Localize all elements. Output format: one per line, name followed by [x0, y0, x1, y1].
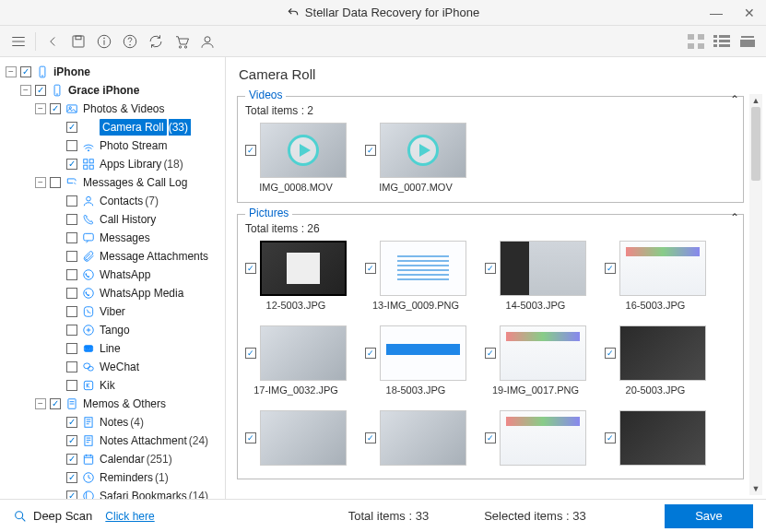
item-checkbox[interactable]: [485, 432, 496, 443]
tree-item[interactable]: Kik: [4, 376, 221, 395]
thumbnail[interactable]: [619, 325, 706, 381]
item-checkbox[interactable]: [245, 263, 256, 274]
item-checkbox[interactable]: [245, 145, 256, 156]
item-checkbox[interactable]: [485, 263, 496, 274]
checkbox[interactable]: [66, 269, 77, 280]
tree-item[interactable]: WhatsApp Media: [4, 284, 221, 302]
tree-item[interactable]: Safari Bookmarks (14): [4, 487, 221, 499]
checkbox[interactable]: [66, 122, 77, 133]
tree-item[interactable]: Reminders (1): [4, 468, 221, 487]
info-icon[interactable]: [92, 30, 116, 53]
checkbox[interactable]: [66, 288, 77, 299]
collapse-icon[interactable]: −: [35, 103, 46, 114]
tree-item[interactable]: Message Attachments: [4, 247, 221, 266]
minimize-button[interactable]: —: [700, 0, 733, 26]
tree-item[interactable]: Notes Attachment (24): [4, 432, 221, 450]
tree-item[interactable]: WeChat: [4, 358, 221, 376]
save-disk-icon[interactable]: [66, 30, 90, 53]
tree-item[interactable]: WhatsApp: [4, 266, 221, 284]
list-view-icon[interactable]: [711, 32, 733, 51]
save-button[interactable]: Save: [665, 504, 753, 528]
tree-item[interactable]: −Grace iPhone: [4, 81, 221, 100]
item-checkbox[interactable]: [605, 432, 616, 443]
checkbox[interactable]: [66, 361, 77, 372]
cart-icon[interactable]: [170, 30, 194, 53]
thumbnail[interactable]: [500, 241, 586, 296]
tree-item[interactable]: Camera Roll (33): [4, 118, 221, 136]
checkbox[interactable]: [50, 398, 61, 409]
tree-item[interactable]: Call History: [4, 210, 221, 229]
checkbox[interactable]: [66, 214, 77, 225]
item-checkbox[interactable]: [605, 348, 616, 359]
stack-view-icon[interactable]: [737, 32, 759, 51]
menu-icon[interactable]: [6, 30, 30, 53]
checkbox[interactable]: [66, 140, 77, 151]
user-icon[interactable]: [195, 30, 219, 53]
thumbnail[interactable]: [260, 410, 347, 466]
thumbnail[interactable]: [380, 123, 466, 178]
scroll-down-icon[interactable]: ▼: [749, 482, 762, 495]
checkbox[interactable]: [66, 417, 77, 428]
refresh-icon[interactable]: [144, 30, 168, 53]
item-checkbox[interactable]: [365, 145, 376, 156]
checkbox[interactable]: [66, 491, 77, 499]
thumbnail[interactable]: [500, 325, 586, 381]
checkbox[interactable]: [66, 435, 77, 446]
tree-item[interactable]: Contacts (7): [4, 192, 221, 210]
collapse-icon[interactable]: −: [6, 66, 17, 77]
thumbnail[interactable]: [260, 325, 347, 381]
checkbox[interactable]: [66, 251, 77, 262]
tree-item[interactable]: Apps Library (18): [4, 155, 221, 173]
chevron-up-icon[interactable]: ⌃: [730, 93, 739, 106]
thumbnail[interactable]: [619, 410, 706, 466]
checkbox[interactable]: [66, 380, 77, 391]
tree-item[interactable]: LINELine: [4, 339, 221, 358]
back-icon[interactable]: [41, 30, 65, 53]
scroll-up-icon[interactable]: ▲: [749, 94, 762, 107]
tree-item[interactable]: −Photos & Videos: [4, 100, 221, 118]
collapse-icon[interactable]: −: [35, 398, 46, 409]
collapse-icon[interactable]: −: [35, 177, 46, 188]
checkbox[interactable]: [35, 85, 46, 96]
help-icon[interactable]: [118, 30, 142, 53]
grid-view-icon[interactable]: [685, 32, 707, 51]
thumbnail[interactable]: [380, 325, 466, 381]
checkbox[interactable]: [66, 306, 77, 317]
scroll-thumb[interactable]: [751, 107, 760, 181]
scroll-track[interactable]: [749, 107, 762, 482]
tree-item[interactable]: Notes (4): [4, 413, 221, 432]
tree-item[interactable]: Messages: [4, 229, 221, 247]
thumbnail[interactable]: [380, 241, 466, 296]
checkbox[interactable]: [20, 66, 31, 77]
thumbnail[interactable]: [260, 123, 347, 178]
chevron-up-icon[interactable]: ⌃: [730, 211, 739, 224]
collapse-icon[interactable]: −: [20, 85, 31, 96]
item-checkbox[interactable]: [365, 348, 376, 359]
item-checkbox[interactable]: [605, 263, 616, 274]
tree-item[interactable]: Photo Stream: [4, 136, 221, 155]
thumbnail[interactable]: [619, 241, 706, 296]
checkbox[interactable]: [66, 454, 77, 465]
item-checkbox[interactable]: [485, 348, 496, 359]
tree-item[interactable]: −iPhone: [4, 63, 221, 81]
tree-item[interactable]: Calendar (251): [4, 450, 221, 468]
item-checkbox[interactable]: [365, 432, 376, 443]
checkbox[interactable]: [66, 343, 77, 354]
tree-item[interactable]: Viber: [4, 302, 221, 321]
click-here-link[interactable]: Click here: [105, 510, 154, 523]
checkbox[interactable]: [66, 159, 77, 170]
item-checkbox[interactable]: [245, 432, 256, 443]
close-button[interactable]: ✕: [733, 0, 766, 26]
checkbox[interactable]: [66, 195, 77, 207]
tree-item[interactable]: −Memos & Others: [4, 395, 221, 413]
thumbnail[interactable]: [500, 410, 586, 466]
tree-item[interactable]: Tango: [4, 321, 221, 339]
checkbox[interactable]: [66, 232, 77, 243]
checkbox[interactable]: [50, 177, 61, 188]
item-checkbox[interactable]: [365, 263, 376, 274]
item-checkbox[interactable]: [245, 348, 256, 359]
tree-item[interactable]: −Messages & Call Log: [4, 173, 221, 192]
scrollbar[interactable]: ▲ ▼: [749, 94, 762, 495]
thumbnail[interactable]: [260, 241, 347, 296]
checkbox[interactable]: [50, 103, 61, 114]
